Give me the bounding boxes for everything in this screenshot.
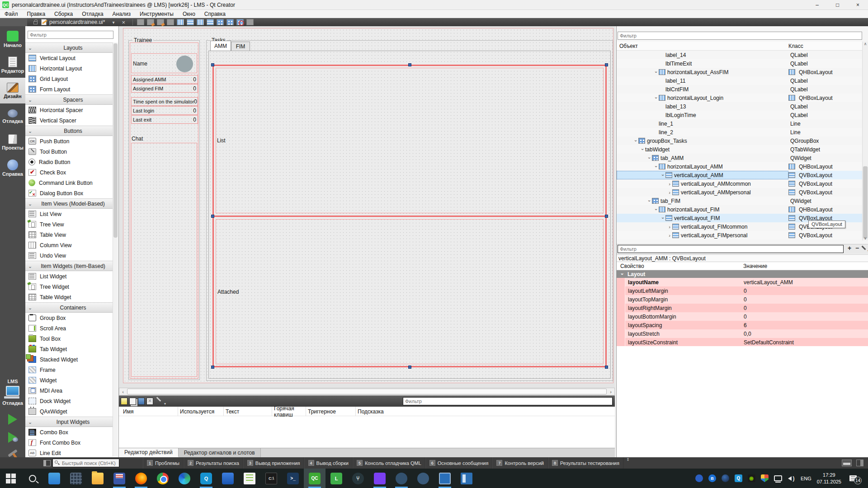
- object-tree-row[interactable]: horizontalLayout_AssFIM QHBoxLayout: [617, 68, 862, 76]
- mode-item[interactable]: Дизайн: [0, 78, 25, 103]
- object-tree-row[interactable]: horizontalLayout_AMM QHBoxLayout: [617, 162, 862, 171]
- tab-action-editor[interactable]: Редактор действий: [119, 448, 179, 457]
- property-row[interactable]: layoutTopMargin 0: [617, 295, 868, 304]
- widget-box-row[interactable]: List Widget: [25, 271, 113, 282]
- q-tray-icon[interactable]: [735, 474, 742, 482]
- trainee-stat-row[interactable]: Last login 0: [131, 106, 198, 115]
- widget-box-row[interactable]: MDI Area: [25, 385, 113, 396]
- document-dropdown-icon[interactable]: ▾: [112, 20, 114, 25]
- object-name-cell[interactable]: lblCntFIM: [617, 85, 788, 94]
- object-name-cell[interactable]: line_1: [617, 119, 788, 128]
- layout-property-group[interactable]: Layout: [617, 270, 868, 278]
- object-name-cell[interactable]: tab_FIM: [617, 197, 788, 205]
- widget-box-scrollbar[interactable]: [113, 42, 118, 456]
- column-header[interactable]: Текст: [224, 407, 272, 416]
- object-name-cell[interactable]: horizontalLayout_AssFIM: [617, 68, 788, 76]
- right-sidebar-toggle-icon[interactable]: [856, 460, 863, 466]
- widget-box-row[interactable]: Table Widget: [25, 292, 113, 302]
- object-filter-input[interactable]: [618, 32, 862, 40]
- language-indicator[interactable]: ENG: [801, 476, 811, 481]
- widget-box-row[interactable]: Table View: [25, 230, 113, 240]
- widget-box-row[interactable]: Containers: [25, 302, 113, 313]
- column-header[interactable]: Используется: [178, 407, 224, 416]
- object-tree-row[interactable]: label_13 QLabel: [617, 102, 862, 111]
- output-pane-button[interactable]: 8 Результаты тестирования: [548, 457, 623, 469]
- tab-amm[interactable]: AMM: [210, 41, 231, 51]
- taskbar-button[interactable]: [0, 469, 22, 488]
- taskbar-button[interactable]: [456, 469, 477, 488]
- object-tree-row[interactable]: tabWidget QTabWidget: [617, 145, 862, 154]
- object-tree-row[interactable]: verticalLayout_AMMpersonal QVBoxLayout: [617, 188, 862, 197]
- selected-layout-rect[interactable]: List Attached: [212, 65, 607, 367]
- widget-box-row[interactable]: Column View: [25, 240, 113, 250]
- taskbar-button[interactable]: [347, 469, 369, 488]
- taskbar-button[interactable]: [304, 469, 326, 488]
- widget-box-row[interactable]: Group Box: [25, 313, 113, 323]
- column-header[interactable]: Подсказка: [356, 407, 410, 416]
- expander-icon[interactable]: [667, 181, 672, 187]
- widget-box-row[interactable]: Vertical Spacer: [25, 115, 113, 126]
- widget-box-row[interactable]: QAxWidget: [25, 406, 113, 417]
- layout-grid-icon[interactable]: [226, 19, 234, 25]
- github-tray-icon[interactable]: [695, 474, 703, 482]
- group-expander-icon[interactable]: [619, 272, 625, 276]
- resize-handle-top-right[interactable]: [605, 63, 608, 66]
- object-tree-row[interactable]: tab_FIM QWidget: [617, 197, 862, 205]
- edit-tab-order-icon[interactable]: [167, 19, 174, 25]
- property-row[interactable]: layoutSizeConstraint SetDefaultConstrain…: [617, 338, 868, 347]
- category-chevron-icon[interactable]: [28, 419, 32, 425]
- edit-signals-slots-icon[interactable]: [147, 19, 154, 25]
- resize-handle-top-mid[interactable]: [408, 63, 411, 66]
- defender-tray-icon[interactable]: [761, 474, 769, 482]
- widget-box-row[interactable]: Tree View: [25, 219, 113, 230]
- expander-icon[interactable]: [653, 96, 659, 100]
- property-value[interactable]: verticalLayout_AMM: [744, 279, 868, 286]
- volume-tray-icon[interactable]: [788, 474, 795, 482]
- object-tree-row[interactable]: horizontalLayout_FIM QHBoxLayout: [617, 205, 862, 214]
- taskbar-button[interactable]: [65, 469, 87, 488]
- widget-box-row[interactable]: Tree Widget: [25, 282, 113, 292]
- widget-box-row[interactable]: Tool Button: [25, 146, 113, 157]
- property-value[interactable]: 6: [744, 322, 868, 328]
- class-column-header[interactable]: Класс: [788, 43, 803, 49]
- menu-item[interactable]: Справка: [200, 10, 230, 18]
- object-tree-row[interactable]: lblLoginTime QLabel: [617, 111, 862, 119]
- layout-horizontal-splitter-icon[interactable]: [197, 19, 204, 25]
- expander-icon[interactable]: [660, 173, 665, 177]
- object-name-cell[interactable]: horizontalLayout_Login: [617, 94, 788, 102]
- object-tree-row[interactable]: line_2 Line: [617, 128, 862, 136]
- mode-item[interactable]: Проекты: [0, 129, 25, 155]
- object-tree-row[interactable]: verticalLayout_FIMpersonal QVBoxLayout: [617, 231, 862, 239]
- remove-property-icon[interactable]: −: [854, 244, 861, 253]
- taskbar-button[interactable]: [391, 469, 412, 488]
- action-filter-input[interactable]: [403, 397, 613, 405]
- resize-handle-bottom-mid[interactable]: [408, 366, 411, 369]
- trainee-group-box[interactable]: Trainee Name Assigned AMM 0 Assigned FIM: [128, 40, 200, 380]
- output-pane-button[interactable]: 6 Основные сообщения: [425, 457, 493, 469]
- trainee-stat-row[interactable]: Assigned FIM 0: [131, 84, 198, 93]
- object-name-cell[interactable]: line_2: [617, 128, 788, 136]
- widget-box-row[interactable]: Stacked Widget: [25, 354, 113, 365]
- category-chevron-icon[interactable]: [28, 128, 32, 134]
- layout-vertical-splitter-icon[interactable]: [207, 19, 214, 25]
- widget-filter-input[interactable]: [28, 31, 113, 39]
- taskbar-button[interactable]: [260, 469, 282, 488]
- widget-box-row[interactable]: List View: [25, 209, 113, 219]
- object-tree-row[interactable]: horizontalLayout_Login QHBoxLayout: [617, 94, 862, 102]
- expander-icon[interactable]: [667, 224, 672, 230]
- kit-selector[interactable]: LMS Отладка: [0, 379, 25, 457]
- trainee-stat-row[interactable]: Last exit 0: [131, 115, 198, 124]
- object-name-cell[interactable]: verticalLayout_AMMpersonal: [617, 188, 788, 197]
- property-column-header[interactable]: Свойство: [620, 263, 644, 269]
- name-row-outline[interactable]: Name: [131, 53, 197, 73]
- widget-box-row[interactable]: Combo Box: [25, 427, 113, 437]
- edit-buddies-icon[interactable]: [157, 19, 164, 25]
- widget-box-row[interactable]: Buttons: [25, 126, 113, 136]
- maximize-button[interactable]: □: [827, 0, 848, 10]
- resize-handle-mid-right[interactable]: [605, 215, 608, 218]
- property-filter-input[interactable]: [618, 245, 844, 253]
- output-pane-button[interactable]: 3 Вывод приложения: [243, 457, 304, 469]
- object-name-cell[interactable]: groupBox_Tasks: [617, 136, 788, 145]
- expander-icon[interactable]: [646, 156, 652, 160]
- object-name-cell[interactable]: verticalLayout_AMMcommon: [617, 179, 788, 188]
